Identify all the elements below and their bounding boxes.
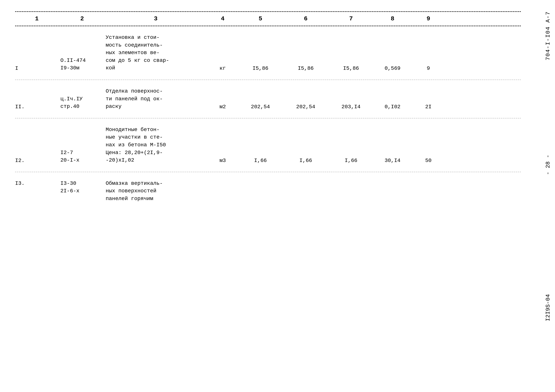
row2-ref2: стр.40 xyxy=(60,103,104,110)
row1-description: Установка и стои-мость соединитель-ных э… xyxy=(106,34,208,72)
row2-description: Отделка поверхнос-ти панелей под ок-раск… xyxy=(106,87,208,110)
row3-col8: 30,I4 xyxy=(374,157,411,164)
table-row: I2. I2-7 20-I-х Монодитные бетон-ные уча… xyxy=(15,118,521,172)
row1-id-main: I xyxy=(15,65,58,72)
row4-desc-text: Обмазка вертикаль-ных поверхностейпанеле… xyxy=(106,180,206,203)
page-container: 1 2 3 4 5 6 7 8 9 I O.II-474 I9-30м Уста… xyxy=(0,0,555,392)
side-label-704: 704-I-I04 А-7 xyxy=(545,11,551,60)
row1-col6: I5,86 xyxy=(283,65,328,72)
row2-ref1: ц.Iч.IУ xyxy=(60,95,104,103)
row1-col9: 9 xyxy=(411,65,445,72)
row2-col7: 203,I4 xyxy=(328,103,374,110)
row3-col9: 50 xyxy=(411,157,445,164)
col-header-3: 3 xyxy=(106,15,208,22)
side-label-28: - 28 - xyxy=(545,155,551,175)
col-header-1: 1 xyxy=(15,15,60,22)
row4-id: I3. xyxy=(15,180,60,187)
col-header-2: 2 xyxy=(60,15,106,22)
row1-col5: I5,86 xyxy=(238,65,283,72)
row2-col6: 202,54 xyxy=(283,103,328,110)
row1-col7: I5,86 xyxy=(328,65,374,72)
row3-col5: I,66 xyxy=(238,157,283,164)
row2-col5: 202,54 xyxy=(238,103,283,110)
header-row: 1 2 3 4 5 6 7 8 9 xyxy=(15,12,521,26)
row4-ref1: I3-30 xyxy=(60,180,104,187)
row3-col6: I,66 xyxy=(283,157,328,164)
col-header-4: 4 xyxy=(208,15,238,22)
row1-unit: кг xyxy=(208,65,238,72)
row1-ref2: I9-30м xyxy=(60,64,104,72)
row1-col8: 0,569 xyxy=(374,65,411,72)
row3-col7: I,66 xyxy=(328,157,374,164)
table-row: II. ц.Iч.IУ стр.40 Отделка поверхнос-ти … xyxy=(15,80,521,118)
table-content: I O.II-474 I9-30м Установка и стои-мость… xyxy=(15,26,521,210)
row3-desc-text: Монодитные бетон-ные участки в сте-нах и… xyxy=(106,126,206,164)
row1-desc-text: Установка и стои-мость соединитель-ных э… xyxy=(106,34,206,72)
row2-desc-text: Отделка поверхнос-ти панелей под ок-раск… xyxy=(106,87,206,110)
row2-col8: 0,I02 xyxy=(374,103,411,110)
row4-ref: I3-30 2I-6-х xyxy=(60,180,106,195)
row1-id: I xyxy=(15,65,60,72)
col-header-5: 5 xyxy=(238,15,283,22)
row4-description: Обмазка вертикаль-ных поверхностейпанеле… xyxy=(106,180,208,203)
row2-unit: м2 xyxy=(208,103,238,110)
row2-ref: ц.Iч.IУ стр.40 xyxy=(60,95,106,110)
row3-unit: м3 xyxy=(208,157,238,164)
row2-id: II. xyxy=(15,103,60,110)
row3-id: I2. xyxy=(15,157,60,164)
col-header-7: 7 xyxy=(328,15,374,22)
table-row: I3. I3-30 2I-6-х Обмазка вертикаль-ных п… xyxy=(15,172,521,210)
col-header-8: 8 xyxy=(374,15,411,22)
table-row: I O.II-474 I9-30м Установка и стои-мость… xyxy=(15,26,521,80)
row1-ref: O.II-474 I9-30м xyxy=(60,57,106,72)
row1-ref1: O.II-474 xyxy=(60,57,104,64)
row4-ref2: 2I-6-х xyxy=(60,187,104,195)
row3-ref: I2-7 20-I-х xyxy=(60,149,106,164)
col-header-6: 6 xyxy=(283,15,328,22)
row3-ref2: 20-I-х xyxy=(60,157,104,164)
row2-col9: 2I xyxy=(411,103,445,110)
row3-description: Монодитные бетон-ные участки в сте-нах и… xyxy=(106,126,208,164)
row3-ref1: I2-7 xyxy=(60,149,104,157)
side-label-1279: I2I9S-04 xyxy=(545,294,551,321)
col-header-9: 9 xyxy=(411,15,445,22)
